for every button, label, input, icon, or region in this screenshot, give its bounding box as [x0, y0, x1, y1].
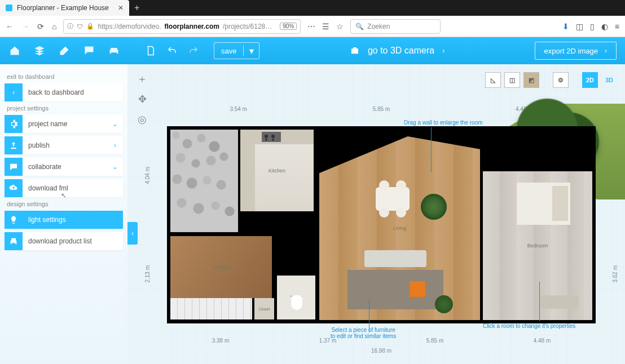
sidebar-item-label: collaborate — [23, 163, 107, 171]
locate-tool[interactable]: ◎ — [134, 112, 150, 127]
zoom-level[interactable]: 90% — [280, 23, 297, 30]
close-tab-icon[interactable]: ✕ — [118, 4, 124, 12]
hint-line — [431, 127, 432, 172]
chevron-left-icon: ‹ — [5, 83, 23, 101]
rug[interactable] — [347, 270, 443, 309]
room-hallway[interactable]: Hallway — [170, 236, 272, 298]
sidebar-item-label: publish — [23, 141, 107, 149]
pan-tool[interactable]: ✥ — [134, 91, 150, 107]
more-icon[interactable]: ⋯ — [307, 22, 315, 31]
url-host: floorplanner.com — [165, 23, 219, 30]
view-option-texture[interactable]: ◩ — [523, 72, 539, 88]
export-2d-button[interactable]: export 2D image › — [535, 42, 617, 60]
collapse-sidebar-button[interactable]: ‹ — [127, 222, 138, 245]
desk[interactable] — [539, 295, 579, 309]
view-option-1[interactable]: ◺ — [485, 72, 501, 88]
armchair[interactable] — [410, 281, 425, 297]
sidebar-item-label: project name — [23, 120, 107, 128]
library-icon[interactable]: ◫ — [576, 22, 583, 31]
menu-icon[interactable]: ≡ — [615, 22, 619, 31]
chevron-down-icon[interactable]: ⌄ — [107, 163, 123, 171]
dimension-total: 16.98 m — [167, 348, 596, 354]
hint-select-furniture: Select a piece of furniture to edit or f… — [331, 327, 396, 339]
chevron-right-icon: › — [442, 47, 444, 55]
gear-icon — [5, 115, 23, 133]
view-3d-button[interactable]: 3D — [601, 72, 617, 88]
chat-icon — [5, 158, 23, 176]
nav-home-icon[interactable] — [8, 45, 21, 57]
camera-label: go to 3D camera — [368, 46, 434, 56]
sidebar-item-project-name[interactable]: project name ⌄ — [5, 115, 123, 133]
redo-button[interactable] — [187, 44, 200, 57]
dining-table[interactable] — [376, 187, 410, 211]
nav-comment-icon[interactable] — [83, 45, 95, 57]
canvas[interactable]: ＋ ✥ ◎ ◺ ◫ ◩ ⚙ 2D 3D ‹ 3.54 m 5.85 m 4 — [127, 64, 625, 364]
nav-build-icon[interactable] — [58, 45, 71, 57]
reload-icon[interactable]: ⟳ — [37, 22, 44, 31]
tab-title: Floorplanner - Example House — [17, 4, 109, 12]
bookmark-icon[interactable]: ☆ — [336, 22, 344, 31]
plant-icon[interactable] — [435, 295, 453, 313]
sidebar: exit to dashboard ‹ back to dashboard pr… — [0, 64, 127, 364]
url-bar[interactable]: ⓘ 🛡 🔒 https://demoforvideo.floorplanner.… — [63, 19, 301, 34]
save-label: save — [214, 47, 243, 55]
bed[interactable] — [517, 183, 570, 225]
browser-tab[interactable]: Floorplanner - Example House ✕ — [0, 0, 129, 16]
view-2d-button[interactable]: 2D — [582, 72, 598, 88]
favicon-icon — [6, 5, 12, 11]
url-prefix: https://demoforvideo. — [98, 23, 161, 30]
go-to-3d-camera-button[interactable]: go to 3D camera › — [339, 41, 455, 60]
toilet-fixture[interactable] — [291, 295, 302, 310]
info-icon[interactable]: ⓘ — [67, 22, 73, 30]
room-patio[interactable] — [170, 130, 238, 232]
chevron-down-icon[interactable]: ⌄ — [107, 120, 123, 128]
sidebar-item-back[interactable]: ‹ back to dashboard — [5, 83, 123, 101]
section-label-exit: exit to dashboard — [7, 73, 121, 80]
sidebar-item-label: back to dashboard — [23, 88, 123, 96]
export-label: export 2D image — [544, 47, 598, 55]
undo-button[interactable] — [165, 44, 179, 57]
forward-icon[interactable]: → — [21, 22, 29, 31]
sidebar-item-label: download fml — [23, 184, 123, 192]
sidebar-item-publish[interactable]: publish › — [5, 136, 123, 154]
section-label-design: design settings — [7, 201, 121, 207]
home-icon[interactable]: ⌂ — [52, 22, 56, 31]
stairs[interactable] — [170, 298, 252, 319]
reader-icon[interactable]: ☰ — [322, 22, 329, 31]
add-tool[interactable]: ＋ — [134, 71, 150, 87]
save-button[interactable]: save ▾ — [214, 42, 259, 59]
downloads-icon[interactable]: ⬇ — [562, 22, 569, 31]
browser-tab-strip: Floorplanner - Example House ✕ + — [0, 0, 625, 16]
lock-icon: 🔒 — [86, 23, 94, 30]
plant-icon[interactable] — [421, 194, 447, 220]
lightbulb-icon — [5, 211, 23, 229]
room-closet[interactable]: Closet — [254, 298, 274, 319]
shield-icon[interactable]: 🛡 — [77, 23, 83, 30]
settings-view-icon[interactable]: ⚙ — [553, 72, 569, 88]
sidebar-item-label: download product list — [23, 237, 123, 245]
section-label-project: project settings — [7, 105, 121, 112]
save-dropdown[interactable]: ▾ — [243, 46, 259, 56]
app: save ▾ go to 3D camera › export 2D image… — [0, 37, 625, 364]
stove-icon[interactable] — [262, 132, 281, 142]
sofa[interactable] — [364, 250, 426, 267]
cloud-download-icon — [5, 179, 23, 197]
sidebar-item-collaborate[interactable]: collaborate ⌄ — [5, 158, 123, 176]
nav-furniture-icon[interactable] — [108, 45, 120, 57]
nav-layers-icon[interactable] — [33, 45, 46, 57]
floorplan[interactable]: 3.54 m 5.85 m 4.48 m 4.04 m 2.13 m 2.54 … — [167, 126, 596, 323]
new-file-button[interactable] — [144, 44, 157, 57]
back-icon[interactable]: ← — [6, 22, 14, 31]
account-icon[interactable]: ◐ — [601, 22, 608, 31]
dimensions-left: 4.04 m 2.13 m — [144, 126, 151, 323]
sidebar-icon[interactable]: ▯ — [590, 22, 595, 31]
view-option-2[interactable]: ◫ — [504, 72, 520, 88]
sidebar-item-light-settings[interactable]: light settings ↖ — [5, 211, 123, 229]
chevron-right-icon[interactable]: › — [107, 141, 123, 149]
browser-search[interactable]: 🔍 Zoeken — [350, 19, 441, 34]
sidebar-item-product-list[interactable]: download product list — [5, 232, 123, 250]
browser-toolbar: ← → ⟳ ⌂ ⓘ 🛡 🔒 https://demoforvideo.floor… — [0, 16, 625, 37]
search-icon: 🔍 — [355, 23, 364, 30]
new-tab-button[interactable]: + — [129, 0, 145, 16]
sidebar-item-download-fml[interactable]: download fml — [5, 179, 123, 197]
